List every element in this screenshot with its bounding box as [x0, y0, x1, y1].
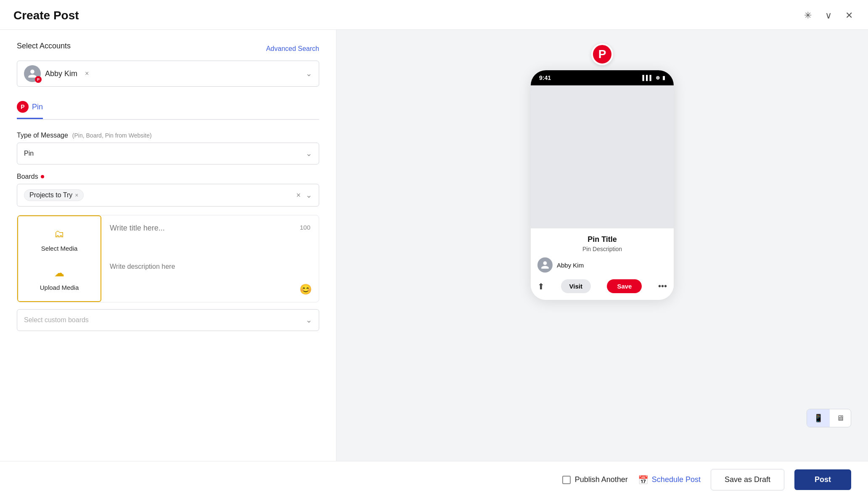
desc-input[interactable]: [110, 238, 310, 295]
schedule-label: Schedule Post: [652, 475, 701, 484]
board-tag-label: Projects to Try: [29, 191, 72, 199]
select-media-label: Select Media: [41, 245, 78, 252]
custom-boards-dropdown-arrow: ⌄: [306, 315, 312, 325]
pin-avatar: [537, 257, 553, 273]
boards-required-dot: [41, 175, 44, 178]
tab-pin-label: Pin: [32, 103, 43, 111]
board-tag-close[interactable]: ×: [75, 192, 78, 199]
tab-pin[interactable]: P Pin: [17, 97, 43, 119]
upload-media-button[interactable]: ☁ Upload Media: [40, 265, 79, 291]
avatar: P: [24, 65, 41, 82]
message-type-label: Type of Message (Pin, Board, Pin from We…: [17, 132, 319, 139]
phone-status-icons: ▌▌▌ ⊛ ▮: [642, 75, 665, 81]
media-panel: 🗂 Select Media ☁ Upload Media: [17, 215, 101, 302]
publish-another-checkbox[interactable]: [562, 476, 571, 484]
pin-description: Pin Description: [537, 246, 667, 252]
signal-icon: ▌▌▌: [642, 75, 653, 81]
save-draft-button[interactable]: Save as Draft: [711, 469, 784, 490]
wifi-icon: ⊛: [656, 75, 660, 81]
page-title: Create Post: [13, 9, 79, 22]
accounts-section-header: Select Accounts Advanced Search: [17, 42, 319, 56]
account-name: Abby Kim: [45, 69, 77, 78]
pin-save-button[interactable]: Save: [607, 279, 642, 293]
pinterest-logo: P: [591, 43, 613, 65]
custom-boards-placeholder: Select custom boards: [24, 316, 89, 324]
title-input[interactable]: [110, 224, 310, 233]
left-panel: Select Accounts Advanced Search P Abby K…: [0, 30, 336, 461]
calendar-icon: 📅: [638, 475, 648, 485]
right-panel: P 9:41 ▌▌▌ ⊛ ▮ Pin Title Pin Description: [336, 30, 868, 461]
upload-media-label: Upload Media: [40, 284, 79, 291]
boards-clear-button[interactable]: ×: [296, 191, 301, 200]
upload-media-icon: ☁: [52, 265, 67, 281]
minimize-button[interactable]: ∨: [823, 8, 834, 23]
mobile-view-button[interactable]: 📱: [807, 409, 830, 427]
select-media-icon: 🗂: [52, 226, 67, 241]
publish-another-label: Publish Another: [575, 475, 628, 484]
schedule-post-button[interactable]: 📅 Schedule Post: [638, 475, 701, 485]
phone-preview: 9:41 ▌▌▌ ⊛ ▮ Pin Title Pin Description A…: [531, 70, 674, 300]
pin-more-button[interactable]: •••: [658, 281, 667, 291]
phone-time: 9:41: [539, 74, 551, 81]
header: Create Post ✳ ∨ ✕: [0, 0, 868, 30]
boards-tag-input[interactable]: Projects to Try × × ⌄: [17, 184, 319, 207]
advanced-search-link[interactable]: Advanced Search: [266, 45, 319, 53]
tab-pinterest-icon: P: [17, 101, 29, 113]
pin-user-row: Abby Kim: [537, 257, 667, 273]
pin-visit-button[interactable]: Visit: [561, 279, 591, 293]
post-button[interactable]: Post: [794, 469, 851, 490]
pin-icon-btn[interactable]: ✳: [802, 8, 813, 23]
account-select-box[interactable]: P Abby Kim × ⌄: [17, 61, 319, 87]
pinterest-top-icon: P: [591, 43, 613, 65]
pin-actions-row: ⬆ Visit Save •••: [537, 279, 667, 293]
account-chip-close[interactable]: ×: [85, 70, 89, 77]
pin-avatar-icon: [540, 260, 550, 270]
content-panel: 100 😊: [101, 215, 319, 302]
boards-right-actions: × ⌄: [296, 191, 312, 200]
message-type-group: Type of Message (Pin, Board, Pin from We…: [17, 132, 319, 164]
phone-status-bar: 9:41 ▌▌▌ ⊛ ▮: [531, 70, 674, 85]
account-chip: P Abby Kim ×: [24, 65, 89, 82]
char-count: 100: [300, 224, 310, 231]
message-type-select[interactable]: Pin ⌄: [17, 143, 319, 164]
phone-preview-content: Pin Title Pin Description Abby Kim ⬆ Vis…: [531, 228, 674, 300]
boards-label: Boards: [17, 173, 319, 180]
close-button[interactable]: ✕: [844, 8, 855, 23]
accounts-dropdown-arrow: ⌄: [306, 69, 312, 78]
board-tag: Projects to Try ×: [24, 189, 84, 201]
emoji-button[interactable]: 😊: [299, 283, 312, 295]
desktop-view-button[interactable]: 🖥: [830, 409, 851, 427]
boards-dropdown-arrow: ⌄: [306, 191, 312, 200]
pinterest-badge: P: [35, 76, 42, 83]
battery-icon: ▮: [662, 75, 665, 81]
device-toggle: 📱 🖥: [807, 409, 851, 427]
publish-another-container[interactable]: Publish Another: [562, 475, 628, 484]
footer: Publish Another 📅 Schedule Post Save as …: [0, 461, 868, 498]
main-content: Select Accounts Advanced Search P Abby K…: [0, 30, 868, 461]
message-type-value: Pin: [24, 150, 34, 157]
custom-boards-select[interactable]: Select custom boards ⌄: [17, 309, 319, 331]
accounts-label: Select Accounts: [17, 42, 71, 50]
pin-title: Pin Title: [537, 235, 667, 244]
select-media-button[interactable]: 🗂 Select Media: [41, 226, 78, 252]
message-type-dropdown-arrow: ⌄: [306, 149, 312, 158]
pin-share-button[interactable]: ⬆: [537, 281, 545, 291]
message-type-sublabel: (Pin, Board, Pin from Website): [72, 132, 152, 139]
tab-bar: P Pin: [17, 97, 319, 120]
header-actions: ✳ ∨ ✕: [802, 8, 855, 23]
pin-username: Abby Kim: [557, 262, 584, 269]
media-content-box: 🗂 Select Media ☁ Upload Media 100 😊: [17, 215, 319, 302]
phone-image-area: [531, 85, 674, 228]
boards-group: Boards Projects to Try × × ⌄: [17, 173, 319, 207]
